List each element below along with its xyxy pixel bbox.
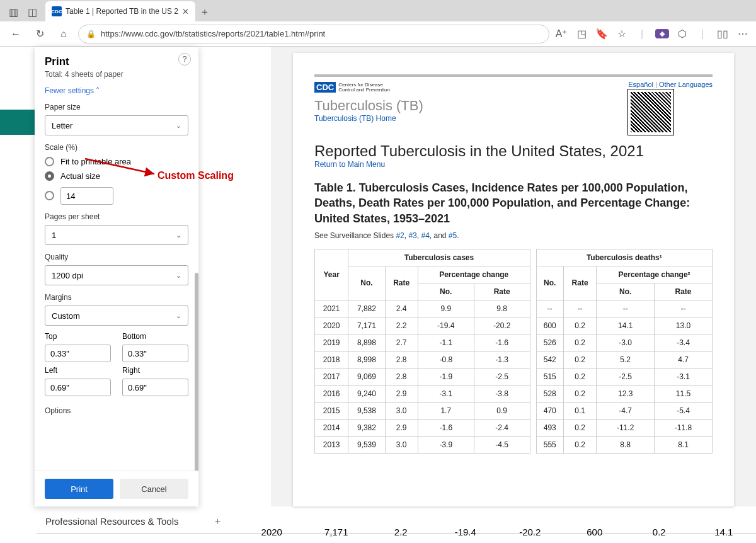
help-button[interactable]: ? xyxy=(178,53,191,66)
print-dialog: Print Total: 4 sheets of paper ? Fewer s… xyxy=(35,47,198,506)
language-links[interactable]: Español | Other Languages xyxy=(628,81,713,88)
table-row: 20217,8822.49.99.8-------- xyxy=(315,300,713,317)
underlying-table-row: 20207,1712.2 -19.4-20.2600 0.214.1 xyxy=(239,519,756,543)
margin-top-input[interactable] xyxy=(45,345,111,362)
scale-custom-input[interactable] xyxy=(60,187,113,205)
back-button[interactable]: ← xyxy=(6,25,25,43)
margins-label: Margins xyxy=(45,293,188,302)
expand-icon[interactable]: ＋ xyxy=(213,515,222,527)
table-row: 20139,5393.0-3.9-4.55550.28.88.1 xyxy=(315,436,713,453)
home-button[interactable]: ⌂ xyxy=(54,25,73,43)
table-row: 20207,1712.2-19.4-20.26000.214.113.0 xyxy=(315,317,713,334)
margin-left-label: Left xyxy=(45,366,111,375)
page-accent xyxy=(0,110,38,135)
th-deaths: Tuberculosis deaths¹ xyxy=(536,249,712,266)
margin-bottom-label: Bottom xyxy=(122,332,188,341)
print-title: Print xyxy=(45,55,188,68)
margin-top-label: Top xyxy=(45,332,111,341)
print-button[interactable]: Print xyxy=(45,479,113,499)
return-link[interactable]: Return to Main Menu xyxy=(314,160,713,169)
scrollbar-thumb[interactable] xyxy=(195,273,198,471)
favorite-icon[interactable]: ☆ xyxy=(615,28,629,40)
shopping-icon[interactable]: 🔖 xyxy=(595,28,609,40)
content-area: Professional Resources & Tools＋ Publicat… xyxy=(0,47,756,543)
options-label: Options xyxy=(45,406,188,415)
scale-label: Scale (%) xyxy=(45,143,188,152)
new-tab-button[interactable]: ＋ xyxy=(195,3,214,21)
chevron-down-icon: ⌄ xyxy=(176,312,181,320)
tab-overview-icon[interactable]: ◫ xyxy=(23,3,42,21)
annotation-label: Custom Scaling xyxy=(158,170,234,181)
th-year: Year xyxy=(315,249,348,300)
data-table: Year Tuberculosis cases Tuberculosis dea… xyxy=(314,249,713,454)
browser-tab[interactable]: CDC Table 1 | Reported TB in the US 2 ✕ xyxy=(45,1,195,21)
refresh-button[interactable]: ↻ xyxy=(30,25,49,43)
slide-link[interactable]: #4 xyxy=(421,231,429,240)
fewer-settings-link[interactable]: Fewer settings ˄ xyxy=(45,86,188,95)
svg-line-0 xyxy=(85,159,154,174)
cancel-button[interactable]: Cancel xyxy=(120,479,188,499)
quality-label: Quality xyxy=(45,253,188,261)
slide-link[interactable]: #5 xyxy=(449,231,457,240)
table-row: 20198,8982.7-1.1-1.65260.2-3.0-3.4 xyxy=(315,334,713,351)
tb-heading: Tuberculosis (TB) xyxy=(314,98,423,114)
translate-icon[interactable]: ◳ xyxy=(575,28,588,40)
paper-size-select[interactable]: Letter⌄ xyxy=(45,115,188,135)
preview-page: CDC Centers for DiseaseControl and Preve… xyxy=(293,53,734,506)
extensions-menu-icon[interactable]: ⬡ xyxy=(675,28,689,40)
table-row: 20179,0692.8-1.9-2.55150.2-2.5-3.1 xyxy=(315,368,713,385)
table-row: 20169,2402.9-3.1-3.85280.212.311.5 xyxy=(315,385,713,402)
margins-select[interactable]: Custom⌄ xyxy=(45,306,188,326)
favicon-icon: CDC xyxy=(52,6,62,16)
pps-label: Pages per sheet xyxy=(45,212,188,221)
tab-actions-icon[interactable]: ▥ xyxy=(4,3,23,21)
cdc-logo: CDC Centers for DiseaseControl and Preve… xyxy=(314,82,423,93)
collections-icon[interactable]: ▯▯ xyxy=(716,28,730,40)
qr-code-icon xyxy=(628,89,673,135)
chevron-down-icon: ⌄ xyxy=(176,231,181,239)
margin-right-label: Right xyxy=(122,366,188,375)
tab-title: Table 1 | Reported TB in the US 2 xyxy=(66,7,178,16)
chevron-up-icon: ˄ xyxy=(96,86,100,95)
browser-toolbar: ← ↻ ⌂ 🔒 https://www.cdc.gov/tb/statistic… xyxy=(0,21,756,47)
print-subtitle: Total: 4 sheets of paper xyxy=(45,70,188,79)
table-row: 20159,5383.01.70.94700.1-4.7-5.4 xyxy=(315,402,713,419)
close-tab-icon[interactable]: ✕ xyxy=(182,7,189,16)
margin-left-input[interactable] xyxy=(45,379,111,396)
paper-size-label: Paper size xyxy=(45,103,188,111)
table-title: Table 1. Tuberculosis Cases, Incidence R… xyxy=(314,180,713,226)
extension-icon[interactable]: ◆ xyxy=(655,29,669,38)
slide-link[interactable]: #2 xyxy=(396,231,404,240)
report-title: Reported Tuberculosis in the United Stat… xyxy=(314,142,713,160)
annotation-arrow-icon xyxy=(79,154,167,179)
toolbar-right: A⁺ ◳ 🔖 ☆ | ◆ ⬡ | ▯▯ ⋯ xyxy=(554,28,750,40)
chevron-down-icon: ⌄ xyxy=(176,272,181,280)
table-row: 20188,9982.8-0.8-1.35420.25.24.7 xyxy=(315,351,713,368)
scale-custom-radio[interactable] xyxy=(45,186,188,205)
slide-link[interactable]: #3 xyxy=(408,231,416,240)
th-cases: Tuberculosis cases xyxy=(348,249,530,266)
table-row: 20149,3822.9-1.6-2.44930.2-11.2-11.8 xyxy=(315,419,713,436)
tb-home-link[interactable]: Tuberculosis (TB) Home xyxy=(314,114,423,123)
pps-select[interactable]: 1⌄ xyxy=(45,225,188,245)
more-icon[interactable]: ⋯ xyxy=(736,28,750,40)
url-text: https://www.cdc.gov/tb/statistics/report… xyxy=(101,29,325,38)
slides-links: See Surveillance Slides #2, #3, #4, and … xyxy=(314,231,713,240)
address-bar[interactable]: 🔒 https://www.cdc.gov/tb/statistics/repo… xyxy=(78,25,549,43)
quality-select[interactable]: 1200 dpi⌄ xyxy=(45,265,188,285)
margin-bottom-input[interactable] xyxy=(122,345,188,362)
chevron-down-icon: ⌄ xyxy=(176,122,181,130)
print-preview: CDC Centers for DiseaseControl and Preve… xyxy=(271,47,756,506)
margin-right-input[interactable] xyxy=(122,379,188,396)
read-aloud-icon[interactable]: A⁺ xyxy=(554,28,568,40)
browser-titlebar: ▥ ◫ CDC Table 1 | Reported TB in the US … xyxy=(0,0,756,21)
lock-icon: 🔒 xyxy=(86,30,96,38)
